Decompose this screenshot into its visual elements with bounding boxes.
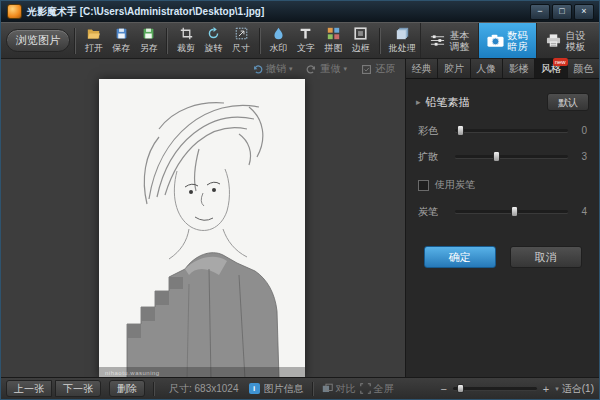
border-button[interactable]: 边框 [347,24,374,57]
next-image-button[interactable]: 下一张 [55,380,101,397]
slider-value: 3 [577,151,587,162]
camera-icon [487,33,504,48]
app-window: 光影魔术手 [C:\Users\Administrator\Desktop\1.… [0,0,600,400]
image-canvas-area: 撤销 ▾ 重做 ▾ 还原 [1,59,405,377]
restore-button[interactable]: 还原 [361,62,395,76]
fullscreen-icon [360,383,371,394]
tool-label: 旋转 [205,42,223,55]
text-icon [299,27,312,40]
slider-handle[interactable] [457,125,464,136]
redo-label: 重做 [320,62,340,76]
slider-handle[interactable] [493,151,500,162]
photo-canvas: nihaotu.wasuning [99,79,305,377]
mode-custom-template[interactable]: 自设模板 [536,23,594,58]
use-charcoal-checkbox[interactable] [418,180,429,191]
slider-label: 彩色 [418,124,446,138]
caret-down-icon: ▾ [343,65,347,73]
close-button[interactable]: × [574,4,594,20]
caret-down-icon: ▾ [289,65,293,73]
app-logo-icon [7,4,22,19]
tab-classic[interactable]: 经典 [406,59,438,78]
color-slider[interactable] [455,129,568,132]
undo-button[interactable]: 撤销 ▾ [252,62,293,76]
tool-label: 尺寸 [232,42,250,55]
redo-button[interactable]: 重做 ▾ [306,62,347,76]
batch-button[interactable]: 批处理 [385,24,420,57]
slider-value: 4 [577,206,587,217]
save-as-disk-icon [142,27,155,40]
color-slider-row: 彩色 0 [418,124,587,137]
zoom-slider[interactable] [453,387,537,390]
undo-label: 撤销 [266,62,286,76]
rotate-button[interactable]: 旋转 [200,24,227,57]
zoom-slider-handle[interactable] [457,384,464,393]
fit-mode-dropdown[interactable]: ▾ 适合(1) [555,382,594,396]
browse-images-button[interactable]: 浏览图片 [6,29,70,52]
charcoal-slider[interactable] [455,210,568,213]
crop-button[interactable]: 裁剪 [172,24,199,57]
fullscreen-button[interactable]: 全屏 [360,382,394,396]
tab-film[interactable]: 胶片 [438,59,470,78]
restore-label: 还原 [375,62,395,76]
fit-mode-label: 适合(1) [562,382,594,396]
mode-basic-adjust[interactable]: 基本调整 [420,23,478,58]
image-info-label: 图片信息 [264,382,304,396]
tool-label: 文字 [297,42,315,55]
diffuse-slider[interactable] [455,155,568,158]
tab-portrait[interactable]: 人像 [471,59,503,78]
redo-arrow-icon [306,64,317,75]
slider-label: 炭笔 [418,205,446,219]
effect-tabs: 经典 胶片 人像 影楼 风格 new 颜色 [406,59,599,79]
effects-panel: 经典 胶片 人像 影楼 风格 new 颜色 ▸ 铅笔素描 默认 彩色 0 扩散 [405,59,599,377]
slider-label: 扩散 [418,150,446,164]
compare-button[interactable]: 对比 [322,382,356,396]
image-size-text: 尺寸: 683x1024 [169,382,239,396]
save-button[interactable]: 保存 [107,24,134,57]
collage-button[interactable]: 拼图 [320,24,347,57]
zoom-out-button[interactable]: − [440,383,446,395]
delete-image-button[interactable]: 删除 [109,380,145,397]
status-bar: 上一张 下一张 删除 尺寸: 683x1024 i 图片信息 对比 全屏 − +… [1,377,599,399]
tab-color[interactable]: 颜色 [568,59,599,78]
watermark-button[interactable]: 水印 [265,24,292,57]
separator [74,28,76,54]
batch-stack-icon [396,27,409,40]
window-title: 光影魔术手 [C:\Users\Administrator\Desktop\1.… [27,5,264,19]
new-badge: new [553,58,568,66]
ok-button[interactable]: 确定 [424,246,496,268]
main-toolbar: 浏览图片 打开 保存 另存 裁剪 旋转 尺寸 水印 [1,22,599,59]
default-button[interactable]: 默认 [547,93,589,111]
restore-icon [361,64,372,75]
tool-label: 裁剪 [177,42,195,55]
photo-watermark: nihaotu.wasuning [105,370,160,376]
printer-icon [545,33,562,48]
separator [153,382,155,396]
zoom-in-button[interactable]: + [543,383,549,395]
effect-header: ▸ 铅笔素描 默认 [416,93,589,111]
slider-handle[interactable] [511,206,518,217]
crop-icon [180,27,193,40]
open-button[interactable]: 打开 [80,24,107,57]
mode-digital-darkroom[interactable]: 数码暗房 [478,23,536,58]
sketch-portrait-image [99,79,305,377]
text-button[interactable]: 文字 [292,24,319,57]
tab-style[interactable]: 风格 new [535,59,567,78]
cancel-button[interactable]: 取消 [510,246,582,268]
separator [379,28,381,54]
water-drop-icon [272,27,285,40]
image-info-button[interactable]: i 图片信息 [249,382,304,396]
tool-label: 拼图 [324,42,342,55]
resize-button[interactable]: 尺寸 [227,24,254,57]
maximize-button[interactable]: □ [552,4,572,20]
window-controls: − □ × [530,4,596,20]
diffuse-slider-row: 扩散 3 [418,150,587,163]
tool-label: 打开 [85,42,103,55]
previous-image-button[interactable]: 上一张 [6,380,52,397]
tab-studio[interactable]: 影楼 [503,59,535,78]
mode-label: 自设模板 [566,30,587,52]
separator [312,382,314,396]
compare-label: 对比 [336,382,356,396]
minimize-button[interactable]: − [530,4,550,20]
save-as-button[interactable]: 另存 [135,24,162,57]
mode-label: 基本调整 [450,30,471,52]
